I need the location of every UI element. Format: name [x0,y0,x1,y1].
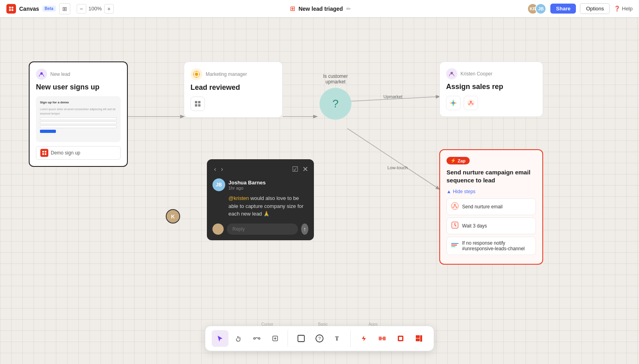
assign-title: Assign sales rep [446,83,536,91]
svg-rect-2 [9,9,11,10]
comment-text: @kristen would also love to be able to c… [212,194,308,218]
cross-app-button[interactable] [374,330,391,347]
svg-rect-0 [9,6,11,8]
assign-role: Kristen Cooper [460,71,492,77]
svg-rect-60 [416,338,420,341]
svg-rect-3 [12,9,13,10]
flow-title: New lead triaged [298,6,343,12]
svg-rect-59 [416,335,420,338]
square-app-button[interactable] [392,330,409,347]
prev-comment-button[interactable]: ‹ [212,166,218,173]
layout-toggle-button[interactable]: ⊞ [59,3,70,14]
svg-rect-58 [399,337,402,340]
hand-tool-button[interactable] [230,330,247,347]
edit-icon[interactable]: ✏ [346,6,351,12]
svg-rect-13 [45,153,46,155]
integration-icon-2 [464,96,478,110]
svg-rect-49 [298,335,304,342]
rectangle-tool-button[interactable] [293,330,310,347]
step-2-label: Wait 3 days [462,223,487,229]
topbar-left: Canvas Beta ⊞ − 100% + [6,3,114,14]
zoom-level: 100% [87,6,103,12]
next-comment-button[interactable]: › [219,166,224,173]
assign-avatar [446,68,457,79]
svg-rect-41 [451,245,457,245]
svg-point-24 [452,102,454,104]
add-node-button[interactable] [267,330,284,347]
help-label: Help [622,6,633,12]
comment-bubble: ‹ › ☑ ✕ JB Joshua Barnes 1hr ago @kriste… [207,159,314,240]
zoom-out-button[interactable]: − [77,4,86,14]
marketing-role: Marketing manager [206,71,247,77]
demo-signup-tag: Demo sign up [36,146,121,160]
svg-rect-16 [195,101,197,103]
svg-rect-61 [420,335,422,342]
step-item-3: If no response notify #unresponsive-lead… [447,237,536,255]
svg-point-27 [472,103,474,105]
help-icon: ❓ [614,6,620,12]
svg-point-26 [470,101,472,103]
svg-text:?: ? [318,336,321,341]
svg-rect-18 [195,104,197,107]
options-button[interactable]: Options [580,3,610,14]
share-button[interactable]: Share [550,4,576,14]
step-3-icon [451,241,459,251]
node-nurture: ⚡ Zap Send nurture campaign email sequen… [439,149,543,265]
hide-steps-label: Hide steps [453,189,476,194]
topbar-right: KR JB Share Options ❓ Help [527,3,633,14]
integration-icon-1 [446,96,460,110]
svg-point-45 [258,338,260,339]
node-decision: Is customer upmarket ? [316,73,355,120]
avatar-2: JB [535,3,546,14]
node-assign-header: Kristen Cooper [446,68,536,79]
hide-steps-button[interactable]: ▲ Hide steps [447,189,536,194]
decision-label: Is customer upmarket [316,73,355,85]
marketing-avatar [191,68,202,80]
bottom-toolbar: ? T [205,326,434,351]
edge-label-low-touch: Low-touch [387,165,408,170]
step-item-1: Send nurture email [447,198,536,215]
svg-rect-12 [42,153,44,155]
nurture-title: Send nurture campaign email sequence to … [447,168,536,184]
zap-badge: ⚡ Zap [447,157,470,164]
svg-text:T: T [335,336,339,342]
step-3-label: If no response notify #unresponsive-lead… [462,240,532,251]
demo-signup-label: Demo sign up [51,150,80,156]
node-assign: Kristen Cooper Assign sales rep [439,61,543,117]
help-link[interactable]: ❓ Help [614,6,633,12]
cursor-tool-button[interactable] [212,330,228,347]
svg-point-32 [454,204,456,206]
node-marketing-header: Marketing manager [191,68,276,80]
step-2-icon [451,221,459,231]
svg-rect-54 [379,337,381,340]
svg-line-8 [347,129,439,189]
connector-tool-button[interactable] [248,330,265,347]
new-lead-role: New lead [50,71,70,77]
node-marketing: Marketing manager Lead reviewed [184,61,283,118]
decision-tool-button[interactable]: ? [311,330,328,347]
canvas-area[interactable]: Upmarket Low-touch New lead New user sig… [0,18,639,364]
zoom-in-button[interactable]: + [104,4,114,14]
svg-rect-40 [451,243,458,244]
demo-icon [40,149,48,157]
apps-tools-section [355,330,427,347]
reply-send-button[interactable]: ↑ [301,224,308,235]
zap-app-button[interactable] [355,330,372,347]
svg-point-31 [451,202,458,210]
close-comment-button[interactable]: ✕ [302,165,308,174]
comment-author-name: Joshua Barnes [228,180,266,186]
text-tool-button[interactable]: T [329,330,346,347]
svg-marker-53 [362,336,366,341]
reply-input[interactable] [227,224,298,235]
resolve-button[interactable]: ☑ [292,165,298,174]
reply-row: ↑ [212,224,308,235]
step-1-icon [451,202,459,212]
comment-author-info: Joshua Barnes 1hr ago [228,180,266,190]
node-new-lead-header: New lead [36,69,121,80]
zap-icon: ⚡ [450,158,456,163]
svg-rect-17 [198,101,200,103]
svg-point-30 [468,103,470,105]
zoom-controls: − 100% + [77,4,114,14]
flag-app-button[interactable] [411,330,427,347]
app-logo [6,4,16,14]
